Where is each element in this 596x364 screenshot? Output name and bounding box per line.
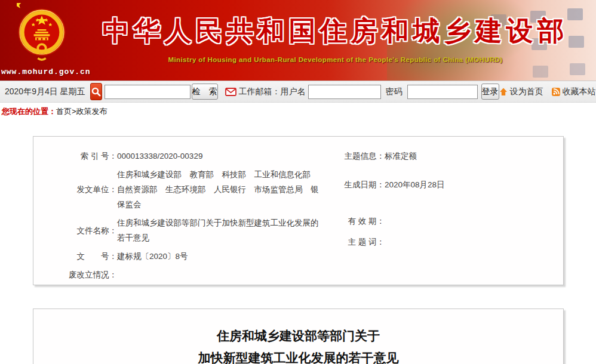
breadcrumb: 您现在的位置： 首页>政策发布	[0, 103, 596, 120]
meta-row-topic-info: 主题信息： 标准定额	[344, 149, 551, 164]
metadata-right-column: 主题信息： 标准定额 生成日期： 2020年08月28日 有 效 期： 主 题 …	[344, 149, 551, 286]
meta-row-subject-words: 主 题 词：	[344, 235, 551, 249]
username-input[interactable]	[308, 85, 381, 99]
meta-row-issuing-units: 发文单位： 住房和城乡建设部 教育部 科技部 工业和信息化部 自然资源部 生态环…	[57, 167, 344, 212]
meta-value: 住房和城乡建设部等部门关于加快新型建筑工业化发展的 若干意见	[117, 215, 344, 245]
meta-label: 索 引 号：	[57, 149, 117, 164]
meta-label: 文 号：	[57, 249, 117, 264]
toolbar: 2020年9月4日 星期五 检 索 工作邮箱：用户名 密码 登录 设为首页	[0, 81, 596, 103]
home-icon	[499, 88, 508, 96]
retrieve-button[interactable]: 检 索	[192, 84, 218, 100]
mail-icon	[225, 88, 236, 96]
meta-label: 主题信息：	[344, 149, 385, 164]
meta-value: 000013338/2020-00329	[117, 149, 344, 164]
meta-label: 生成日期：	[344, 177, 385, 192]
breadcrumb-path[interactable]: 首页>政策发布	[56, 106, 107, 117]
national-emblem-icon	[17, 3, 67, 67]
password-label: 密码	[386, 87, 403, 97]
article-title-line2: 加快新型建筑工业化发展的若干意见	[33, 347, 563, 364]
meta-row-document-number: 文 号： 建标规〔2020〕8号	[57, 249, 344, 264]
header-title-area: 中华人民共和国住房和城乡建设部 Ministry of Housing and …	[81, 0, 590, 81]
meta-row-validity-period: 有 效 期：	[344, 214, 551, 229]
article-title-line1: 住房和城乡建设部等部门关于	[33, 325, 563, 347]
meta-label: 主 题 词：	[344, 235, 385, 249]
mail-username-label: 工作邮箱：用户名	[239, 87, 306, 97]
site-header: www.mohurd.gov.cn 中华人民共和国住房和城乡建设部 Minist…	[0, 0, 596, 81]
search-icon	[91, 87, 102, 97]
login-button[interactable]: 登录	[481, 84, 499, 100]
article-box: 住房和城乡建设部等部门关于 加快新型建筑工业化发展的若干意见	[33, 309, 564, 364]
site-title: 中华人民共和国住房和城乡建设部	[81, 13, 590, 49]
meta-label: 废改立情况：	[57, 267, 117, 282]
site-subtitle-english: Ministry of Housing and Urban-Rural Deve…	[81, 56, 590, 63]
favorite-link[interactable]: 收藏本站	[552, 87, 596, 97]
search-button[interactable]	[90, 83, 102, 100]
breadcrumb-prefix: 您现在的位置：	[2, 106, 56, 117]
document-metadata-box: 索 引 号： 000013338/2020-00329 发文单位： 住房和城乡建…	[33, 136, 564, 285]
meta-value: 2020年08月28日	[385, 177, 551, 192]
bookmark-rss-icon	[552, 88, 560, 96]
meta-label: 发文单位：	[57, 182, 117, 197]
set-homepage-label: 设为首页	[510, 87, 543, 97]
meta-label: 有 效 期：	[344, 214, 385, 229]
meta-row-repeal-status: 废改立情况：	[57, 267, 344, 282]
meta-row-index-number: 索 引 号： 000013338/2020-00329	[57, 149, 344, 164]
password-input[interactable]	[407, 85, 478, 99]
meta-value: 建标规〔2020〕8号	[117, 249, 344, 264]
meta-row-creation-date: 生成日期： 2020年08月28日	[344, 177, 551, 192]
search-input[interactable]	[105, 85, 191, 99]
site-url: www.mohurd.gov.cn	[1, 67, 84, 76]
favorite-label: 收藏本站	[563, 87, 596, 97]
toolbar-right-links: 设为首页 收藏本站	[499, 87, 596, 97]
metadata-left-column: 索 引 号： 000013338/2020-00329 发文单位： 住房和城乡建…	[57, 149, 344, 286]
meta-label: 文件名称：	[57, 223, 117, 238]
set-homepage-link[interactable]: 设为首页	[499, 87, 543, 97]
meta-value: 标准定额	[385, 149, 551, 164]
meta-row-document-title: 文件名称： 住房和城乡建设部等部门关于加快新型建筑工业化发展的 若干意见	[57, 215, 344, 245]
meta-value: 住房和城乡建设部 教育部 科技部 工业和信息化部 自然资源部 生态环境部 人民银…	[117, 167, 344, 212]
date-text: 2020年9月4日 星期五	[5, 87, 85, 97]
